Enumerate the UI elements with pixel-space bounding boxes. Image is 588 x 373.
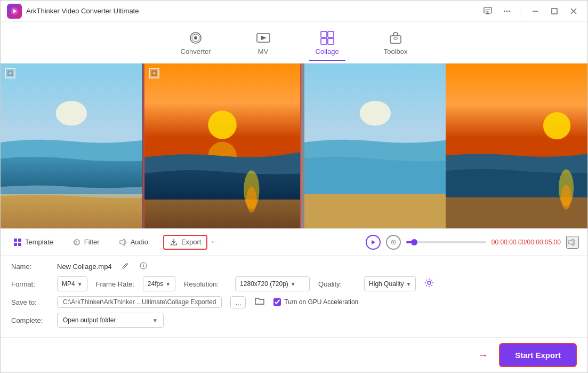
svg-rect-51	[18, 239, 21, 242]
add-media-icon-1[interactable]	[5, 68, 15, 78]
complete-label: Complete:	[11, 316, 49, 324]
settings-gear-button[interactable]	[424, 278, 434, 290]
edit-name-button[interactable]	[120, 261, 130, 272]
save-path-value: C:\ArkThinker\ArkThinker ...Ultimate\Col…	[63, 298, 216, 306]
volume-button[interactable]	[566, 236, 579, 249]
framerate-label: Frame Rate:	[96, 280, 134, 288]
add-media-icon-2[interactable]	[149, 68, 159, 78]
nav-toolbox[interactable]: Toolbox	[377, 28, 414, 61]
framerate-arrow: ▼	[165, 281, 171, 287]
progress-bar[interactable]	[406, 241, 486, 243]
svg-point-33	[208, 110, 237, 139]
title-bar: ArkThinker Video Converter Ultimate	[1, 1, 587, 22]
title-bar-right	[480, 4, 581, 19]
quality-value: High Quality	[369, 280, 404, 288]
svg-point-65	[143, 264, 144, 265]
svg-point-43	[359, 101, 390, 126]
format-label: Format:	[11, 280, 49, 288]
title-bar-left: ArkThinker Video Converter Ultimate	[7, 4, 139, 19]
name-label: Name:	[11, 263, 49, 271]
complete-value: Open output folder	[63, 316, 116, 324]
svg-marker-61	[569, 239, 573, 245]
minimize-button[interactable]	[528, 4, 543, 19]
svg-marker-16	[261, 36, 267, 40]
gpu-checkbox[interactable]	[273, 298, 281, 306]
preview-panel-3[interactable]	[304, 64, 446, 228]
nav-collage-label: Collage	[316, 47, 339, 55]
nav-converter-label: Converter	[181, 47, 211, 55]
name-value: New Collage.mp4	[57, 263, 112, 271]
play-button[interactable]	[366, 235, 381, 250]
svg-marker-56	[120, 239, 124, 245]
gpu-label: Turn on GPU Acceleration	[284, 298, 358, 306]
svg-rect-52	[14, 243, 17, 246]
format-row: Format: MP4 ▼ Frame Rate: 24fps ▼ Resolu…	[11, 276, 577, 291]
svg-point-49	[561, 185, 571, 210]
svg-rect-50	[14, 239, 17, 242]
resolution-select[interactable]: 1280x720 (720p) ▼	[235, 276, 310, 291]
svg-rect-19	[321, 38, 327, 44]
svg-point-26	[56, 101, 87, 126]
export-label: Export	[181, 238, 202, 246]
svg-point-6	[506, 10, 508, 12]
menu-button[interactable]	[500, 4, 514, 19]
format-value: MP4	[62, 280, 75, 288]
controls-right: 00:00:00.00/00:00:05.00	[366, 235, 579, 250]
export-annotation: Export ←	[163, 235, 220, 250]
start-export-button[interactable]: Start Export	[499, 343, 577, 367]
red-arrow-annotation: ←	[210, 236, 219, 248]
nav-mv[interactable]: MV	[249, 28, 277, 61]
time-total: 00:00:05.00	[527, 239, 561, 246]
filter-label: Filter	[84, 238, 100, 246]
svg-point-66	[428, 281, 431, 284]
info-button[interactable]	[139, 261, 148, 272]
export-button[interactable]: Export	[163, 235, 208, 250]
nav-collage[interactable]: Collage	[309, 28, 345, 61]
chat-button[interactable]	[480, 4, 495, 19]
svg-line-62	[126, 264, 127, 265]
preview-panel-4[interactable]	[446, 64, 587, 228]
footer-area: → Start Export	[1, 337, 587, 372]
svg-point-13	[194, 36, 197, 39]
quality-label: Quality:	[318, 280, 356, 288]
resolution-label: Resolution:	[184, 280, 227, 288]
maximize-button[interactable]	[547, 4, 562, 19]
framerate-value: 24fps	[148, 280, 163, 288]
preview-area	[1, 64, 587, 228]
svg-point-7	[509, 10, 510, 12]
preview-panel-1[interactable]	[1, 64, 142, 228]
svg-rect-32	[144, 200, 300, 228]
name-row: Name: New Collage.mp4	[11, 261, 577, 272]
complete-select[interactable]: Open output folder ▼	[57, 313, 164, 328]
open-folder-button[interactable]	[254, 296, 265, 308]
svg-rect-17	[321, 31, 327, 37]
filter-button[interactable]: Filter	[68, 236, 104, 249]
quality-select[interactable]: High Quality ▼	[364, 276, 416, 291]
divider-2[interactable]	[300, 64, 304, 228]
close-button[interactable]	[566, 4, 581, 19]
app-title: ArkThinker Video Converter Ultimate	[26, 7, 139, 15]
audio-button[interactable]: Audio	[115, 236, 152, 249]
start-export-arrow: →	[478, 349, 488, 361]
time-display: 00:00:00.00/00:00:05.00	[492, 239, 561, 246]
complete-arrow: ▼	[152, 318, 158, 323]
nav-converter[interactable]: Converter	[174, 28, 218, 61]
svg-point-47	[543, 112, 570, 139]
preview-panel-2[interactable]	[144, 64, 300, 228]
gpu-checkbox-row: Turn on GPU Acceleration	[273, 298, 358, 306]
svg-point-5	[504, 10, 505, 12]
app-icon	[7, 4, 22, 19]
svg-rect-22	[394, 37, 397, 39]
template-button[interactable]: Template	[9, 236, 58, 249]
stop-button[interactable]	[386, 235, 401, 250]
resolution-value: 1280x720 (720p)	[240, 280, 288, 288]
nav-toolbox-label: Toolbox	[384, 47, 408, 55]
saveto-row: Save to: C:\ArkThinker\ArkThinker ...Ult…	[11, 296, 577, 308]
browse-button[interactable]: ...	[230, 296, 246, 308]
controls-left: Template Filter Audio	[9, 235, 219, 250]
separator	[521, 6, 521, 17]
nav-bar: Converter MV Collage Toolbox	[1, 22, 587, 64]
app-window: ArkThinker Video Converter Ultimate	[0, 0, 588, 373]
format-select[interactable]: MP4 ▼	[57, 276, 87, 291]
framerate-select[interactable]: 24fps ▼	[143, 276, 175, 291]
